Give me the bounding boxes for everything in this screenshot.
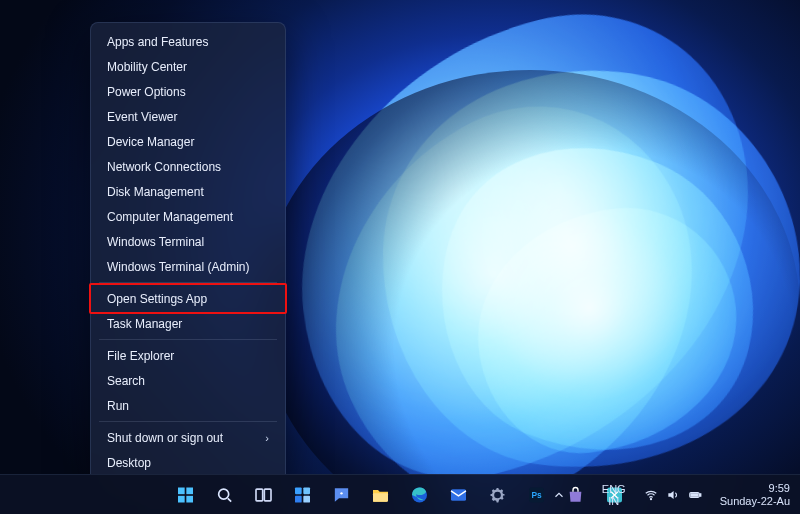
svg-rect-8 (303, 487, 310, 494)
wifi-icon (644, 488, 658, 502)
winx-item-desktop[interactable]: Desktop (93, 450, 283, 475)
winx-item-label: Task Manager (107, 317, 182, 331)
taskbar-clock[interactable]: 9:59 Sunday-22-Au (716, 478, 794, 512)
winx-item-label: Device Manager (107, 135, 194, 149)
volume-icon (666, 488, 680, 502)
system-tray: ENG IN 9:59 Sunday-22-Au (548, 475, 794, 514)
menu-separator (99, 421, 277, 422)
svg-rect-21 (699, 493, 700, 495)
winx-item-label: Computer Management (107, 210, 233, 224)
svg-rect-2 (178, 495, 185, 502)
winx-item-label: Event Viewer (107, 110, 177, 124)
language-indicator[interactable]: ENG IN (598, 478, 630, 512)
winx-item-label: Network Connections (107, 160, 221, 174)
winx-item-label: Desktop (107, 456, 151, 470)
winx-item-apps-and-features[interactable]: Apps and Features (93, 29, 283, 54)
svg-rect-10 (303, 495, 310, 502)
onedrive-icon[interactable] (580, 478, 588, 512)
winx-item-computer-management[interactable]: Computer Management (93, 204, 283, 229)
language-secondary: IN (602, 495, 626, 507)
taskbar-search-icon[interactable] (208, 478, 242, 512)
svg-point-18 (650, 498, 651, 499)
taskbar-edge-icon[interactable] (403, 478, 437, 512)
winx-item-mobility-center[interactable]: Mobility Center (93, 54, 283, 79)
taskbar-file-explorer-icon[interactable] (364, 478, 398, 512)
winx-item-label: File Explorer (107, 349, 174, 363)
svg-rect-5 (256, 489, 263, 501)
winx-item-windows-terminal[interactable]: Windows Terminal (93, 229, 283, 254)
winx-item-label: Disk Management (107, 185, 204, 199)
language-primary: ENG (602, 483, 626, 495)
winx-context-menu[interactable]: Apps and FeaturesMobility CenterPower Op… (90, 22, 286, 482)
tray-overflow-chevron[interactable] (548, 478, 570, 512)
svg-rect-7 (295, 487, 302, 494)
taskbar: Ps ENG IN 9:59 S (0, 474, 800, 514)
svg-rect-1 (186, 487, 193, 494)
svg-rect-3 (186, 495, 193, 502)
taskbar-start-icon[interactable] (169, 478, 203, 512)
taskbar-mail-icon[interactable] (442, 478, 476, 512)
taskbar-task-view-icon[interactable] (247, 478, 281, 512)
clock-date: Sunday-22-Au (720, 495, 790, 508)
winx-item-open-settings-app[interactable]: Open Settings App (93, 286, 283, 311)
winx-item-run[interactable]: Run (93, 393, 283, 418)
winx-item-label: Windows Terminal (107, 235, 204, 249)
menu-separator (99, 339, 277, 340)
winx-item-shut-down-or-sign-out[interactable]: Shut down or sign out› (93, 425, 283, 450)
svg-point-4 (219, 489, 229, 499)
winx-item-label: Windows Terminal (Admin) (107, 260, 249, 274)
winx-item-file-explorer[interactable]: File Explorer (93, 343, 283, 368)
winx-item-label: Run (107, 399, 129, 413)
winx-item-label: Power Options (107, 85, 186, 99)
winx-item-power-options[interactable]: Power Options (93, 79, 283, 104)
svg-rect-6 (264, 489, 271, 501)
svg-rect-14 (451, 489, 466, 501)
winx-item-label: Apps and Features (107, 35, 208, 49)
winx-item-network-connections[interactable]: Network Connections (93, 154, 283, 179)
winx-item-search[interactable]: Search (93, 368, 283, 393)
svg-text:Ps: Ps (531, 490, 542, 500)
svg-rect-12 (373, 493, 388, 501)
winx-item-label: Open Settings App (107, 292, 207, 306)
svg-rect-20 (691, 493, 698, 495)
winx-item-device-manager[interactable]: Device Manager (93, 129, 283, 154)
svg-rect-0 (178, 487, 185, 494)
winx-item-event-viewer[interactable]: Event Viewer (93, 104, 283, 129)
battery-icon (688, 488, 702, 502)
chevron-right-icon: › (265, 432, 269, 444)
winx-item-label: Search (107, 374, 145, 388)
taskbar-chat-icon[interactable] (325, 478, 359, 512)
svg-rect-9 (295, 495, 302, 502)
tray-status-group[interactable] (640, 478, 706, 512)
winx-item-task-manager[interactable]: Task Manager (93, 311, 283, 336)
winx-item-label: Mobility Center (107, 60, 187, 74)
taskbar-settings-icon[interactable] (481, 478, 515, 512)
svg-point-11 (340, 492, 342, 494)
winx-item-windows-terminal-admin[interactable]: Windows Terminal (Admin) (93, 254, 283, 279)
clock-time: 9:59 (720, 482, 790, 495)
winx-item-label: Shut down or sign out (107, 431, 223, 445)
taskbar-widgets-icon[interactable] (286, 478, 320, 512)
menu-separator (99, 282, 277, 283)
winx-item-disk-management[interactable]: Disk Management (93, 179, 283, 204)
